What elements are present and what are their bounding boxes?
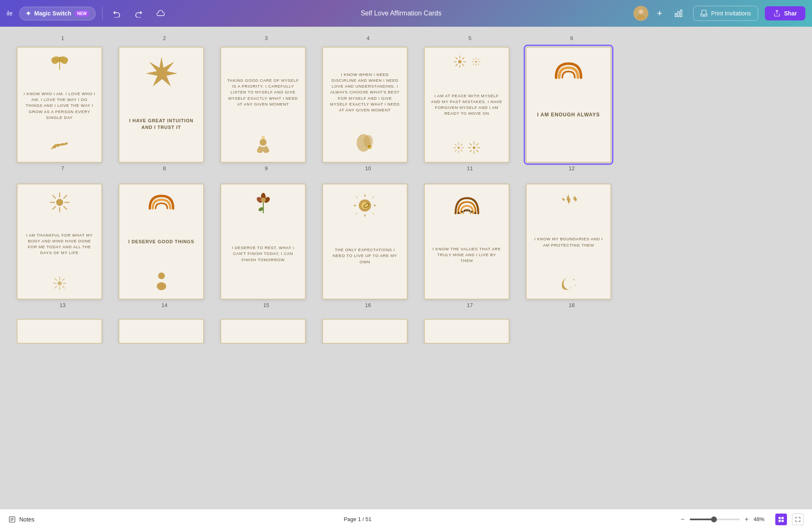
magic-switch-label: Magic Switch — [34, 10, 71, 17]
svg-rect-2 — [675, 13, 677, 17]
svg-point-93 — [461, 211, 463, 213]
card-3-bottom-icon — [252, 131, 275, 154]
svg-point-17 — [363, 135, 373, 148]
svg-point-74 — [158, 272, 165, 279]
card-10[interactable]: THE ONLY EXPECTATIONS I NEED TO LIVE UP … — [322, 184, 408, 300]
card-4-bottom-icon — [353, 131, 378, 154]
col-num-17: 17 — [424, 302, 516, 310]
svg-point-1 — [637, 15, 645, 19]
add-collaborator-button[interactable]: + — [655, 6, 664, 20]
card-8-bottom-icon — [153, 271, 170, 291]
svg-line-72 — [62, 278, 65, 281]
svg-rect-5 — [702, 10, 706, 15]
svg-marker-12 — [146, 57, 177, 86]
analytics-button[interactable] — [671, 7, 686, 20]
card-21[interactable] — [220, 319, 306, 344]
card-8[interactable]: I DESERVE GOOD THINGS — [119, 184, 204, 300]
col-num-2: 2 — [119, 35, 210, 43]
card-3[interactable]: TAKING GOOD CARE OF MYSELF IS A PRIORITY… — [220, 47, 306, 163]
svg-line-71 — [62, 286, 65, 288]
card-2-text: I HAVE GREAT INTUITION AND I TRUST IT — [125, 93, 197, 154]
svg-line-63 — [63, 195, 67, 199]
card-5[interactable]: I AM AT PEACE WITH MYSELF AND MY PAST MI… — [424, 47, 509, 163]
zoom-slider[interactable] — [690, 519, 740, 520]
col-num-18: 18 — [526, 302, 618, 310]
cloud-save-button[interactable] — [153, 7, 169, 20]
zoom-out-button[interactable]: − — [681, 516, 684, 523]
svg-rect-106 — [779, 516, 781, 519]
card-10-top-icon — [351, 192, 378, 219]
share-button[interactable]: Shar — [765, 6, 805, 20]
zoom-slider-thumb[interactable] — [711, 516, 717, 522]
col-num-14: 14 — [119, 302, 210, 310]
card-4[interactable]: I KNOW WHEN I NEED DISCIPLINE AND WHEN I… — [322, 47, 408, 163]
svg-point-14 — [261, 136, 265, 139]
card-11-text: I KNOW THE VALUES THAT ARE TRULY MINE AN… — [431, 219, 503, 291]
svg-line-73 — [54, 286, 57, 288]
card-20[interactable] — [119, 319, 204, 344]
svg-line-44 — [461, 150, 462, 151]
card-22[interactable] — [322, 319, 408, 344]
svg-line-64 — [52, 206, 55, 209]
card-9-text: I DESERVE TO REST. WHAT I CAN'T FINISH T… — [227, 217, 299, 291]
svg-rect-3 — [678, 11, 679, 17]
user-avatar[interactable] — [633, 6, 648, 21]
card-7-text: I AM THANKFUL FOR WHAT MY BODY AND MIND … — [23, 214, 96, 274]
card-1[interactable]: I KNOW WHO I AM. I LOVE WHO I AM. I LOVE… — [17, 47, 102, 163]
svg-point-29 — [475, 61, 477, 63]
svg-line-35 — [478, 63, 479, 65]
card-9[interactable]: I DESERVE TO REST. WHAT I CAN'T FINISH T… — [220, 184, 306, 300]
svg-point-97 — [471, 211, 473, 213]
card-23[interactable] — [424, 319, 509, 344]
svg-marker-91 — [372, 212, 375, 215]
svg-line-28 — [455, 64, 457, 66]
card-12[interactable]: I KNOW MY BOUNDARIES AND I AM PROTECTING… — [526, 184, 611, 300]
card-19[interactable] — [17, 319, 102, 344]
zoom-in-button[interactable]: + — [745, 516, 749, 523]
svg-line-43 — [455, 144, 456, 145]
col-num-3: 3 — [220, 35, 312, 43]
new-badge: NEW — [75, 10, 89, 17]
svg-point-47 — [472, 146, 475, 149]
svg-line-26 — [462, 64, 464, 66]
cards-row-3 — [17, 319, 795, 344]
svg-rect-109 — [782, 519, 784, 521]
magic-switch-button[interactable]: ✦ Magic Switch NEW — [19, 7, 96, 20]
card-8-top-icon — [147, 192, 176, 212]
col-num-12: 12 — [526, 165, 618, 174]
card-6-text: I AM ENOUGH ALWAYS — [537, 81, 600, 148]
card-10-text: THE ONLY EXPECTATIONS I NEED TO LIVE UP … — [329, 221, 401, 291]
col-num-11: 11 — [424, 165, 516, 174]
card-7[interactable]: I AM THANKFUL FOR WHAT MY BODY AND MIND … — [17, 184, 102, 300]
svg-line-61 — [52, 195, 55, 199]
redo-button[interactable] — [131, 8, 146, 19]
grid-view-button[interactable] — [775, 514, 787, 525]
col-num-6: 6 — [526, 35, 618, 43]
expand-button[interactable] — [792, 514, 804, 525]
svg-point-19 — [369, 146, 371, 149]
svg-rect-108 — [779, 519, 781, 521]
card-12-bottom-icon: ✦ ✧ ✦ — [558, 274, 579, 291]
svg-point-56 — [56, 199, 63, 206]
file-menu[interactable]: ile — [7, 10, 13, 17]
undo-button[interactable] — [109, 8, 124, 19]
card-9-top-icon — [255, 192, 272, 215]
card-6[interactable]: I AM ENOUGH ALWAYS — [526, 47, 611, 163]
svg-rect-107 — [782, 516, 784, 519]
svg-point-9 — [56, 143, 61, 147]
card-11[interactable]: I KNOW THE VALUES THAT ARE TRULY MINE AN… — [424, 184, 509, 300]
svg-rect-4 — [681, 10, 682, 17]
svg-point-79 — [261, 198, 265, 202]
svg-line-52 — [469, 144, 472, 146]
card-1-top-icon — [47, 55, 72, 72]
svg-text:✦: ✦ — [572, 278, 575, 282]
card-2[interactable]: I HAVE GREAT INTUITION AND I TRUST IT — [119, 47, 204, 163]
svg-point-0 — [639, 10, 643, 14]
zoom-slider-fill — [690, 519, 712, 520]
print-button[interactable]: Print Invitations — [693, 6, 758, 21]
share-label: Shar — [784, 10, 797, 17]
print-label: Print Invitations — [711, 10, 751, 17]
notes-button[interactable]: Notes — [8, 516, 35, 523]
col-num-10: 10 — [322, 165, 414, 174]
card-1-text: I KNOW WHO I AM. I LOVE WHO I AM. I LOVE… — [23, 73, 96, 138]
